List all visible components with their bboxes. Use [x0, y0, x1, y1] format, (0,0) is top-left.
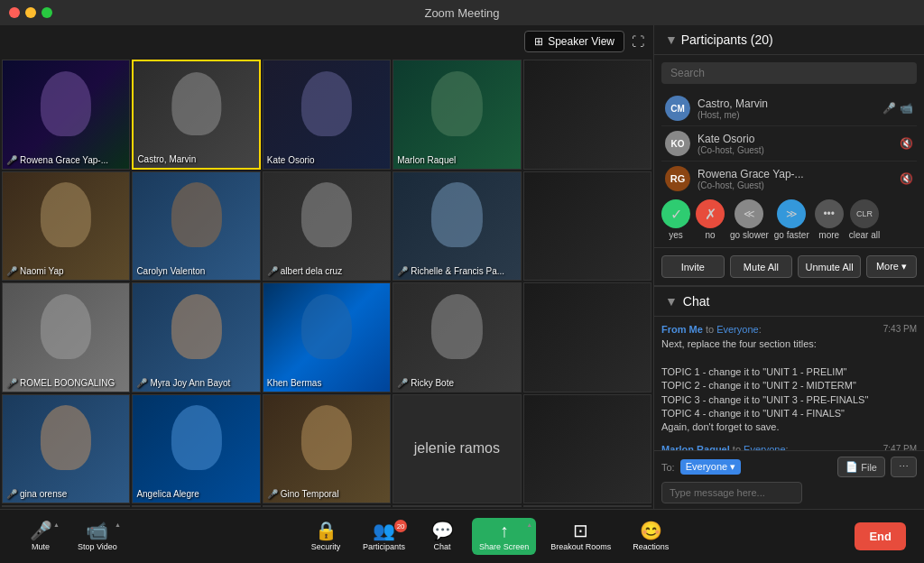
grid-icon: ⊞ — [534, 35, 543, 48]
right-panel: ▼ Participants (20) CM Castro, Marvin (H… — [653, 25, 924, 509]
chat-title: Chat — [683, 294, 710, 309]
clear-all-button[interactable]: CLR clear all — [849, 199, 880, 240]
share-icon: ↑ — [500, 521, 509, 540]
breakout-rooms-button[interactable]: ⊡ Breakout Rooms — [543, 518, 618, 555]
video-tile: 🎤 Mary ann Basquinas — [132, 505, 260, 507]
minimize-button[interactable] — [25, 7, 36, 18]
file-icon: 📄 — [845, 461, 858, 473]
video-tile: Marlon Raquel — [393, 60, 521, 170]
video-tile — [523, 60, 651, 170]
chat-to-dropdown[interactable]: Everyone ▾ — [680, 459, 742, 475]
toolbar-right: End — [855, 522, 906, 550]
toolbar-left: ▲ 🎤 Mute ▲ 📹 Stop Video — [18, 518, 125, 555]
video-tile: 🎤 Ricky Bote — [393, 282, 521, 392]
participant-name-label: Kate Osorio — [267, 155, 315, 165]
video-tile: 🎤 Karrie Ponferrada — [393, 505, 521, 507]
participant-role: (Co-host, Guest) — [698, 145, 892, 155]
chat-sender: Marlon Raquel to Everyone: — [661, 444, 789, 450]
chevron-icon: ▼ — [665, 32, 678, 47]
chevron-icon: ▼ — [665, 294, 678, 309]
video-icon: 📹 — [86, 521, 108, 540]
participant-name-label: Castro, Marvin — [137, 154, 196, 164]
chat-button[interactable]: 💬 Chat — [420, 518, 465, 555]
no-icon: ✗ — [696, 199, 725, 228]
yes-reaction-button[interactable]: ✓ yes — [661, 199, 690, 240]
reaction-buttons-bar: ✓ yes ✗ no ≪ go slower ≫ go faster ••• — [654, 192, 924, 248]
video-tile: 🎤 albert dela cruz — [263, 171, 391, 282]
participant-name-label: 🎤 Rowena Grace Yap-... — [6, 155, 108, 165]
yes-icon: ✓ — [661, 199, 690, 228]
end-button[interactable]: End — [855, 522, 906, 550]
video-tile: Kate Osorio — [263, 60, 391, 170]
file-button[interactable]: 📄 File — [837, 457, 885, 477]
invite-button[interactable]: Invite — [661, 255, 725, 278]
go-faster-button[interactable]: ≫ go faster — [774, 199, 809, 240]
video-tile-active: Castro, Marvin — [132, 60, 260, 170]
chat-message: From Me to Everyone: 7:43 PM Next, repla… — [661, 324, 917, 435]
chat-header: ▼ Chat — [654, 287, 924, 317]
chat-message: Marlon Raquel to Everyone: 7:47 PM Done … — [661, 444, 917, 450]
chat-messages: From Me to Everyone: 7:43 PM Next, repla… — [654, 317, 924, 450]
participant-name-label: Marlon Raquel — [397, 155, 456, 165]
maximize-button[interactable] — [42, 7, 52, 18]
video-tile: 🎤 Charmaine Lee Laviña — [2, 505, 130, 507]
caret-icon: ▲ — [115, 521, 121, 528]
reactions-button[interactable]: 😊 Reactions — [625, 518, 676, 555]
participant-name-label: 🎤 Richelle & Francis Pa... — [397, 266, 504, 276]
clear-icon: CLR — [850, 199, 879, 228]
window-title: Zoom Meeting — [424, 6, 499, 20]
no-reaction-button[interactable]: ✗ no — [696, 199, 725, 240]
mute-button[interactable]: ▲ 🎤 Mute — [18, 518, 63, 555]
more-icon: ••• — [815, 199, 844, 228]
chat-sender: From Me to Everyone: — [661, 324, 762, 335]
video-tile: 🎤 Gino Temporal — [263, 394, 391, 504]
participant-name-label: 🎤 Ricky Bote — [397, 378, 454, 388]
chat-input[interactable] — [661, 482, 802, 503]
mic-icon: 🎤 — [882, 102, 896, 115]
participant-name-label: 🎤 Myra Joy Ann Bayot — [136, 378, 230, 388]
participants-header: ▼ Participants (20) — [654, 25, 924, 55]
main-area: ⊞ Speaker View ⛶ 🎤 Rowena Grace Yap-... … — [0, 25, 924, 509]
participant-name: Castro, Marvin — [698, 97, 875, 110]
participants-section: ▼ Participants (20) CM Castro, Marvin (H… — [654, 25, 924, 287]
search-input[interactable] — [661, 62, 917, 84]
unmute-all-button[interactable]: Unmute All — [798, 255, 861, 278]
security-button[interactable]: 🔒 Security — [303, 518, 348, 555]
fullscreen-icon[interactable]: ⛶ — [632, 34, 644, 49]
caret-icon: ▲ — [526, 521, 532, 528]
participant-name-label: 🎤 Gino Temporal — [267, 489, 339, 499]
mic-muted-icon: 🔇 — [900, 137, 913, 150]
go-slower-button[interactable]: ≪ go slower — [730, 199, 769, 240]
participant-name-label: 🎤 Naomi Yap — [6, 266, 64, 276]
video-tile-jelenie: jelenie ramos — [393, 394, 521, 504]
share-screen-button[interactable]: ▲ ↑ Share Screen — [472, 518, 536, 555]
video-area: ⊞ Speaker View ⛶ 🎤 Rowena Grace Yap-... … — [0, 25, 653, 509]
more-reaction-button[interactable]: ••• more — [815, 199, 844, 240]
video-tile: 🎤 Naomi Yap — [2, 171, 130, 282]
video-icon: 📹 — [900, 102, 913, 115]
participants-list: CM Castro, Marvin (Host, me) 🎤 📹 KO — [654, 91, 924, 192]
breakout-icon: ⊡ — [573, 521, 588, 540]
mute-all-button[interactable]: Mute All — [730, 255, 793, 278]
participant-role: (Co-host, Guest) — [698, 180, 892, 190]
chat-footer: To: Everyone ▾ 📄 File ⋯ — [654, 450, 924, 509]
participant-name-label: Carolyn Valenton — [136, 266, 205, 276]
participants-title: Participants (20) — [681, 32, 773, 47]
participants-button[interactable]: 👥 Participants 20 — [356, 518, 412, 555]
mic-muted-icon: 🔇 — [900, 172, 913, 185]
toolbar: ▲ 🎤 Mute ▲ 📹 Stop Video 🔒 Security 👥 Par… — [0, 509, 924, 563]
more-options-button[interactable]: More ▾ — [866, 255, 917, 278]
titlebar: Zoom Meeting — [0, 0, 924, 25]
participant-name: Rowena Grace Yap-... — [698, 168, 892, 180]
jelenie-name-display: jelenie ramos — [414, 440, 500, 457]
avatar: KO — [665, 131, 690, 156]
close-button[interactable] — [9, 7, 20, 18]
video-tile: Carolyn Valenton — [132, 171, 260, 282]
speaker-view-button[interactable]: ⊞ Speaker View — [524, 31, 624, 52]
video-tile — [523, 505, 651, 507]
video-grid: 🎤 Rowena Grace Yap-... Castro, Marvin Ka… — [0, 58, 653, 509]
participant-name: Kate Osorio — [698, 133, 892, 145]
chat-text: Next, replace the four section titles: T… — [661, 337, 917, 435]
stop-video-button[interactable]: ▲ 📹 Stop Video — [70, 518, 125, 555]
more-chat-button[interactable]: ⋯ — [891, 457, 917, 477]
